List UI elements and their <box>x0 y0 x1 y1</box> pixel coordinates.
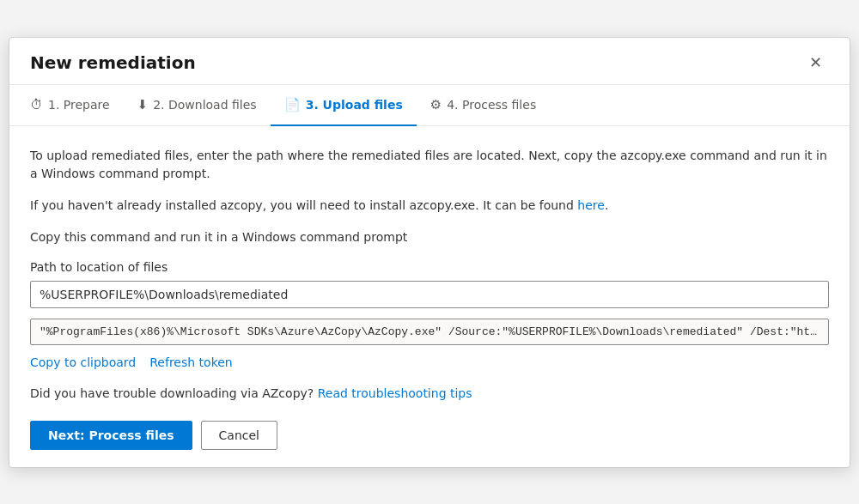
description-3: Copy this command and run it in a Window… <box>30 228 829 246</box>
tab-upload[interactable]: 📄 3. Upload files <box>271 85 417 126</box>
troubleshoot-prefix: Did you have trouble downloading via AZc… <box>30 386 318 400</box>
cancel-button[interactable]: Cancel <box>201 421 277 450</box>
link-row: Copy to clipboard Refresh token <box>30 355 829 369</box>
dialog-header: New remediation ✕ <box>9 38 850 85</box>
desc2-prefix: If you haven't already installed azcopy,… <box>30 198 577 212</box>
dialog-body: To upload remediated files, enter the pa… <box>9 126 850 467</box>
path-label: Path to location of files <box>30 260 829 274</box>
troubleshoot-text: Did you have trouble downloading via AZc… <box>30 386 829 400</box>
path-input[interactable] <box>30 281 829 308</box>
description-2: If you haven't already installed azcopy,… <box>30 197 829 215</box>
desc2-suffix: . <box>605 198 608 212</box>
tab-upload-label: 3. Upload files <box>306 98 403 112</box>
tab-prepare-label: 1. Prepare <box>48 98 110 112</box>
process-icon: ⚙ <box>430 97 442 112</box>
dialog-title: New remediation <box>30 52 196 83</box>
prepare-icon: ⏱ <box>30 97 43 112</box>
footer: Next: Process files Cancel <box>30 421 829 450</box>
upload-icon: 📄 <box>284 97 301 112</box>
tab-download-label: 2. Download files <box>153 98 256 112</box>
next-button[interactable]: Next: Process files <box>30 421 192 450</box>
tab-download[interactable]: ⬇ 2. Download files <box>124 85 271 126</box>
copy-to-clipboard-button[interactable]: Copy to clipboard <box>30 355 136 369</box>
here-link[interactable]: here <box>577 198 605 212</box>
new-remediation-dialog: New remediation ✕ ⏱ 1. Prepare ⬇ 2. Down… <box>9 37 850 468</box>
troubleshoot-link[interactable]: Read troubleshooting tips <box>318 386 472 400</box>
tabs-bar: ⏱ 1. Prepare ⬇ 2. Download files 📄 3. Up… <box>9 85 850 126</box>
close-button[interactable]: ✕ <box>802 52 829 74</box>
refresh-token-button[interactable]: Refresh token <box>149 355 232 369</box>
download-icon: ⬇ <box>137 97 149 112</box>
command-box: "%ProgramFiles(x86)%\Microsoft SDKs\Azur… <box>30 319 829 345</box>
tab-prepare[interactable]: ⏱ 1. Prepare <box>30 85 124 126</box>
tab-process[interactable]: ⚙ 4. Process files <box>417 85 550 126</box>
tab-process-label: 4. Process files <box>447 98 536 112</box>
description-1: To upload remediated files, enter the pa… <box>30 147 829 183</box>
